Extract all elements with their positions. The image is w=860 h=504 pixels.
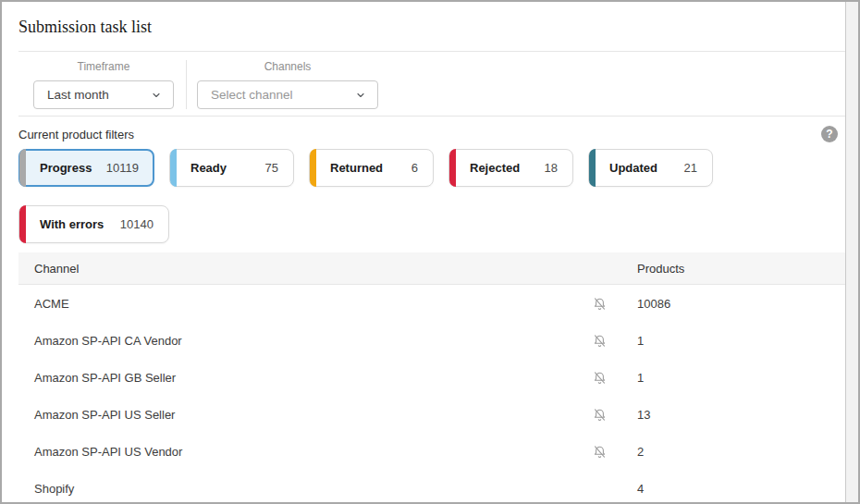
filter-chip-with-errors[interactable]: With errors 10140 <box>18 205 169 243</box>
filter-chip-rejected[interactable]: Rejected 18 <box>448 149 573 187</box>
channel-select[interactable]: Select channel <box>197 80 378 109</box>
table-header: Channel Products <box>18 252 845 285</box>
status-filter-chips: Progress 10119 Ready 75 Returned 6 Rejec… <box>2 143 845 243</box>
timeframe-value: Last month <box>47 88 109 102</box>
chip-count: 21 <box>684 161 697 175</box>
channels-group: Channels Select channel <box>186 60 390 109</box>
channel-name: Amazon SP-API GB Seller <box>18 371 561 385</box>
page-gutter <box>845 2 858 502</box>
table-row[interactable]: Amazon SP-API CA Vendor 1 <box>18 322 845 359</box>
toolbar: Timeframe Last month Channels Select cha… <box>2 52 845 116</box>
filter-chip-progress[interactable]: Progress 10119 <box>18 149 154 187</box>
filter-chip-returned[interactable]: Returned 6 <box>309 149 434 187</box>
chip-count: 6 <box>412 161 418 175</box>
notifications-off-icon <box>592 444 608 460</box>
timeframe-label: Timeframe <box>78 60 130 73</box>
table-row[interactable]: ACME 10086 <box>18 285 845 322</box>
main-panel: Submission task list Timeframe Last mont… <box>2 2 845 502</box>
table-row[interactable]: Shopify 4 <box>18 470 845 504</box>
channel-name: Amazon SP-API US Vendor <box>18 445 561 459</box>
channel-name: Shopify <box>18 482 561 496</box>
channel-name: Amazon SP-API US Seller <box>18 408 561 422</box>
products-count: 2 <box>637 445 845 459</box>
chip-label: Progress <box>40 161 92 175</box>
notifications-off-icon <box>592 333 608 349</box>
table-row[interactable]: Amazon SP-API GB Seller 1 <box>18 359 845 396</box>
chip-label: Rejected <box>470 161 520 175</box>
chevron-down-icon <box>355 90 366 101</box>
products-count: 4 <box>637 482 845 496</box>
channel-name: ACME <box>18 297 561 311</box>
column-header-products: Products <box>637 262 845 276</box>
channel-name: Amazon SP-API CA Vendor <box>18 334 561 348</box>
page-title: Submission task list <box>18 17 829 38</box>
chip-label: With errors <box>40 217 104 231</box>
filter-chip-updated[interactable]: Updated 21 <box>588 149 713 187</box>
channel-placeholder: Select channel <box>211 88 293 102</box>
table-row[interactable]: Amazon SP-API US Seller 13 <box>18 396 845 433</box>
notifications-off-icon <box>592 296 608 312</box>
column-header-channel: Channel <box>18 262 561 276</box>
chip-label: Returned <box>330 161 383 175</box>
table-row[interactable]: Amazon SP-API US Vendor 2 <box>18 433 845 470</box>
notifications-off-icon <box>592 370 608 386</box>
channels-label: Channels <box>264 60 312 73</box>
chip-label: Ready <box>190 161 227 175</box>
filters-heading-row: Current product filters ? <box>2 117 845 143</box>
products-count: 10086 <box>637 297 845 311</box>
filters-heading: Current product filters <box>18 128 134 141</box>
timeframe-select[interactable]: Last month <box>33 80 174 109</box>
chip-count: 18 <box>545 161 558 175</box>
products-count: 1 <box>637 334 845 348</box>
chip-count: 75 <box>265 161 278 175</box>
chip-count: 10119 <box>106 161 139 175</box>
chevron-down-icon <box>151 90 162 101</box>
timeframe-group: Timeframe Last month <box>21 60 186 109</box>
filter-chip-ready[interactable]: Ready 75 <box>169 149 294 187</box>
notifications-off-icon <box>592 407 608 423</box>
chip-count: 10140 <box>120 217 154 231</box>
chip-label: Updated <box>609 161 657 175</box>
products-count: 13 <box>637 408 845 422</box>
help-icon[interactable]: ? <box>821 126 838 142</box>
products-count: 1 <box>637 371 845 385</box>
submission-task-list-window: Submission task list Timeframe Last mont… <box>0 0 860 504</box>
channels-table: Channel Products ACME 10086 Amazon SP-AP… <box>18 252 845 504</box>
